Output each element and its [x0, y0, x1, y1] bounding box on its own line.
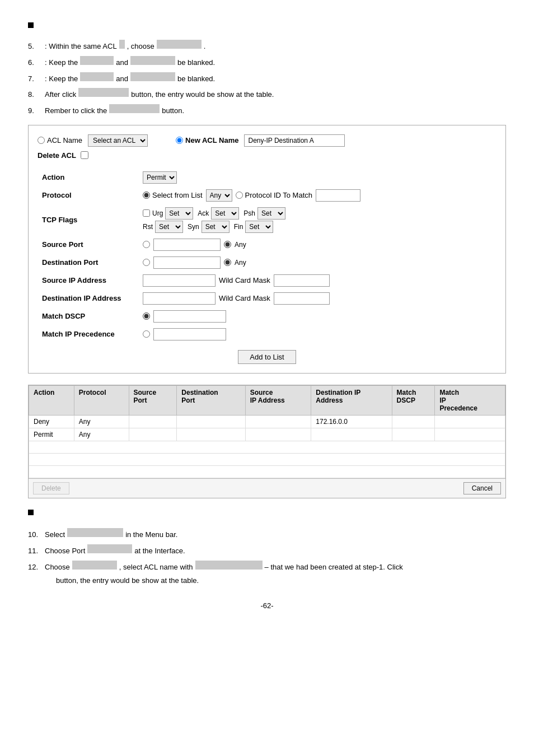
syn-select[interactable]: Set [202, 221, 229, 233]
new-acl-input[interactable]: Deny-IP Destination A [244, 134, 345, 147]
psh-label: Psh [243, 209, 255, 217]
row2-src-port [129, 428, 177, 441]
page-number: -62- [260, 601, 273, 610]
step-12-box1 [72, 561, 117, 570]
protocol-id-radio[interactable] [236, 192, 243, 199]
dest-port-any-radio[interactable] [224, 259, 231, 266]
bullet-2 [28, 510, 506, 522]
table-header-row: Action Protocol SourcePort DestinationPo… [29, 385, 505, 415]
th-action: Action [29, 385, 74, 415]
source-port-input[interactable] [153, 239, 221, 251]
match-ip-prec-label: Match IP Precedence [38, 325, 138, 343]
match-ip-prec-input[interactable] [153, 328, 226, 340]
acl-data-table-wrap: Action Protocol SourcePort DestinationPo… [28, 385, 506, 498]
step-9-num: 9. [28, 105, 45, 117]
acl-data-table: Action Protocol SourcePort DestinationPo… [29, 385, 505, 478]
row2-protocol: Any [74, 428, 129, 441]
page-footer: -62- [28, 601, 506, 610]
step-8-content: After click button, the entry would be s… [45, 88, 274, 101]
dest-port-content: Any [143, 256, 492, 269]
cancel-button[interactable]: Cancel [463, 482, 501, 494]
th-src-port: SourcePort [129, 385, 177, 415]
row1-dst-port [177, 415, 245, 428]
source-port-any-label: Any [235, 241, 246, 249]
action-cell: Permit [138, 169, 496, 186]
syn-label: Syn [188, 223, 199, 231]
row1-protocol: Any [74, 415, 129, 428]
rst-select[interactable]: Set [155, 221, 183, 233]
source-ip-wildcard-input[interactable] [274, 274, 330, 287]
add-to-list-button[interactable]: Add to List [238, 350, 296, 364]
new-acl-label: New ACL Name [185, 136, 238, 144]
step-5-num: 5. [28, 41, 45, 53]
empty-row-2 [29, 453, 505, 465]
tcp-flag-line-1: Urg Set Ack Set Psh Set [143, 207, 492, 220]
rst-label: Rst [143, 223, 153, 231]
table-row: Permit Any [29, 428, 505, 441]
acl-form-panel: ACL Name Select an ACL New ACL Name Deny… [28, 125, 506, 374]
source-ip-cell: Wild Card Mask [138, 272, 496, 290]
tcp-flags-content: Urg Set Ack Set Psh Set Rst Set Syn Set … [143, 207, 492, 233]
step-9-box [109, 104, 160, 113]
acl-name-label: ACL Name [47, 136, 82, 144]
protocol-id-radio-label[interactable]: Protocol ID To Match [236, 191, 312, 199]
action-label: Action [38, 169, 138, 186]
dest-port-input[interactable] [153, 256, 221, 269]
step-6-box2 [130, 56, 175, 65]
step-5-box1 [119, 40, 125, 49]
source-port-cell: Any [138, 236, 496, 254]
step-12: 12. Choose , select ACL name with – that… [28, 561, 506, 573]
step-5-box2 [157, 40, 202, 49]
step-11: 11. Choose Port at the Interface. [28, 544, 506, 557]
tcp-flags-label: TCP Flags [38, 204, 138, 236]
acl-name-radio[interactable] [38, 137, 45, 144]
step-12-num: 12. [28, 562, 45, 573]
row2-action: Permit [29, 428, 74, 441]
step-12-content: Choose , select ACL name with – that we … [45, 561, 403, 573]
th-ip-prec: MatchIPPrecedence [435, 385, 505, 415]
dest-ip-wildcard-input[interactable] [274, 292, 330, 305]
source-port-any-radio[interactable] [224, 241, 231, 248]
urg-label: Urg [152, 209, 163, 217]
source-ip-label: Source IP Address [38, 272, 138, 290]
step-8-box [78, 88, 129, 97]
new-acl-radio[interactable] [176, 137, 183, 144]
source-port-radio[interactable] [143, 241, 150, 248]
match-dscp-cell [138, 307, 496, 325]
step-7-box1 [80, 72, 114, 81]
dest-ip-input[interactable] [143, 292, 216, 305]
source-port-label: Source Port [38, 236, 138, 254]
match-dscp-radio[interactable] [143, 312, 150, 320]
protocol-list-radio-label[interactable]: Select from List [143, 191, 203, 199]
urg-checkbox[interactable] [143, 209, 150, 217]
protocol-id-label: Protocol ID To Match [245, 191, 312, 199]
acl-name-radio-label[interactable]: ACL Name [38, 136, 82, 144]
psh-select[interactable]: Set [257, 207, 285, 220]
ack-select[interactable]: Set [211, 207, 239, 220]
protocol-id-input[interactable] [316, 189, 360, 202]
urg-select[interactable]: Set [165, 207, 193, 220]
dest-ip-wildcard-label: Wild Card Mask [219, 294, 270, 302]
empty-row-3 [29, 465, 505, 478]
dest-ip-label: Destination IP Address [38, 290, 138, 307]
acl-select[interactable]: Select an ACL [88, 134, 148, 147]
match-dscp-input[interactable] [153, 310, 226, 323]
step-9-content: Rember to click the button. [45, 104, 184, 117]
match-ip-prec-radio[interactable] [143, 330, 150, 338]
dest-port-radio[interactable] [143, 259, 150, 266]
protocol-list-radio[interactable] [143, 192, 150, 199]
delete-acl-checkbox[interactable] [81, 151, 88, 159]
step-10-content: Select in the Menu bar. [45, 528, 177, 541]
table-footer: Delete Cancel [29, 478, 505, 498]
bullet-1 [28, 22, 506, 35]
step-7: 7. : Keep the and be blanked. [28, 72, 506, 85]
step-6: 6. : Keep the and be blanked. [28, 56, 506, 69]
fin-select[interactable]: Set [245, 221, 273, 233]
tcp-flags-row: TCP Flags Urg Set Ack Set Psh Set Rst Se… [38, 204, 496, 236]
new-acl-radio-label[interactable]: New ACL Name [176, 136, 238, 144]
protocol-select[interactable]: Any [206, 189, 232, 202]
step-7-box2 [130, 72, 175, 81]
action-select[interactable]: Permit [143, 171, 177, 184]
delete-button[interactable]: Delete [33, 482, 69, 494]
source-ip-input[interactable] [143, 274, 216, 287]
